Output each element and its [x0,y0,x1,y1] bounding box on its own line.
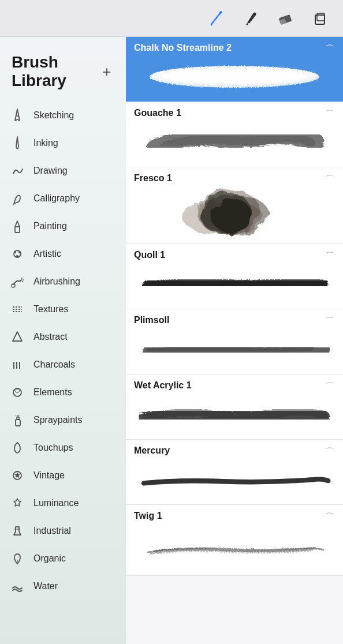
sidebar-item-label-vintage: Vintage [33,470,65,481]
sidebar-item-label-artistic: Artistic [33,249,61,259]
luminance-icon [9,495,25,511]
sidebar-item-label-charcoals: Charcoals [33,360,75,370]
organic-icon [9,551,25,567]
sidebar-item-label-painting: Painting [33,221,67,231]
textures-icon [9,301,25,317]
sidebar-item-label-textures: Textures [33,304,68,314]
sidebar-item-painting[interactable]: Painting [0,212,126,240]
sidebar-item-label-abstract: Abstract [33,332,68,342]
inking-icon [9,135,25,151]
main-content: Brush Library + Sketching Inking Drawing [0,37,343,644]
paintbrush-tool-icon[interactable] [207,9,225,28]
toolbar [0,0,343,37]
brush-item-chalk[interactable]: Chalk No Streamline 2 ⌒ [126,37,343,102]
eraser-tool-icon[interactable] [276,9,294,28]
brush-item-wet-acrylic[interactable]: Wet Acrylic 1 ⌒ [126,375,343,440]
svg-marker-6 [15,109,20,121]
drawing-icon [9,163,25,179]
sidebar-item-charcoals[interactable]: Charcoals [0,351,126,379]
sidebar-item-industrial[interactable]: Industrial [0,517,126,545]
sidebar-item-label-sketching: Sketching [33,110,74,121]
brush-name-plimsoll: Plimsoll [126,309,343,328]
sidebar-item-spraypaints[interactable]: Spraypaints [0,406,126,434]
svg-line-16 [22,281,23,282]
vintage-icon [9,467,25,484]
brush-item-plimsoll[interactable]: Plimsoll ⌒ [126,309,343,375]
brush-item-gouache[interactable]: Gouache 1 ⌒ [126,102,343,167]
brush-curl-chalk: ⌒ [325,43,335,57]
sidebar-item-sketching[interactable]: Sketching [0,102,126,129]
charcoals-icon [9,357,25,373]
sidebar-item-label-airbrushing: Airbrushing [33,276,80,287]
sidebar-item-organic[interactable]: Organic [0,545,126,572]
sidebar-item-airbrushing[interactable]: Airbrushing [0,268,126,295]
sidebar-item-abstract[interactable]: Abstract [0,323,126,351]
brush-curl-fresco: ⌒ [325,173,335,187]
sidebar-item-vintage[interactable]: Vintage [0,462,126,489]
sidebar-item-label-elements: Elements [33,387,72,398]
svg-rect-26 [17,417,19,420]
brush-name-mercury: Mercury [126,440,343,458]
brush-preview-wet-acrylic [126,393,343,439]
brush-name-quoll: Quoll 1 [126,244,343,263]
brush-curl-mercury: ⌒ [325,445,335,459]
sidebar-item-luminance[interactable]: Luminance [0,489,126,517]
sketching-icon [9,107,25,123]
inkpen-tool-icon[interactable] [241,9,260,28]
sidebar-item-textures[interactable]: Textures [0,295,126,323]
svg-point-10 [14,251,16,253]
svg-marker-20 [13,332,22,341]
brush-item-fresco[interactable]: Fresco 1 ⌒ [126,167,343,244]
sidebar-item-drawing[interactable]: Drawing [0,157,126,185]
brush-item-mercury[interactable]: Mercury ⌒ [126,440,343,505]
airbrushing-icon [9,274,25,290]
brush-preview-twig [126,523,343,575]
brush-name-fresco: Fresco 1 [126,167,343,186]
elements-icon [9,384,25,400]
brush-preview-quoll [126,263,343,309]
abstract-icon [9,329,25,345]
svg-point-12 [16,255,18,257]
sidebar-item-touchups[interactable]: Touchups [0,434,126,462]
sidebar-item-elements[interactable]: Elements [0,379,126,406]
svg-point-41 [211,199,252,233]
brush-item-twig[interactable]: Twig 1 ⌒ [126,505,343,576]
svg-rect-5 [317,13,325,21]
sidebar-item-calligraphy[interactable]: Calligraphy [0,185,126,212]
svg-marker-31 [14,472,20,478]
calligraphy-icon [9,190,25,207]
sidebar-item-label-water: Water [33,581,58,591]
water-icon [9,578,25,594]
sidebar-item-label-industrial: Industrial [33,526,71,536]
spraypaints-icon [9,412,25,428]
sidebar-item-inking[interactable]: Inking [0,129,126,157]
sidebar-item-label-organic: Organic [33,553,66,564]
brush-curl-quoll: ⌒ [325,250,335,264]
sidebar-item-label-spraypaints: Spraypaints [33,415,83,425]
sidebar-item-water[interactable]: Water [0,572,126,600]
svg-rect-25 [16,420,20,426]
artistic-icon [9,246,25,262]
sidebar-title: Brush Library [12,53,99,90]
brush-curl-plimsoll: ⌒ [325,315,335,329]
brush-curl-twig: ⌒ [325,511,335,525]
brush-name-wet-acrylic: Wet Acrylic 1 [126,375,343,393]
sidebar-item-artistic[interactable]: Artistic [0,240,126,268]
touchups-icon [9,440,25,456]
brush-name-gouache: Gouache 1 [126,102,343,121]
brush-preview-fresco [126,186,343,244]
svg-point-11 [18,251,21,253]
brush-preview-mercury [126,458,343,504]
brush-preview-chalk [126,55,343,102]
brush-item-quoll[interactable]: Quoll 1 ⌒ [126,244,343,309]
industrial-icon [9,523,25,539]
layers-tool-icon[interactable] [311,9,329,28]
painting-icon [9,218,25,234]
brush-curl-gouache: ⌒ [325,108,335,122]
add-brush-button[interactable]: + [99,62,114,81]
svg-line-29 [20,415,20,415]
sidebar-item-label-inking: Inking [33,138,58,148]
svg-point-36 [162,69,307,83]
svg-line-0 [211,13,221,24]
sidebar-item-label-luminance: Luminance [33,498,79,508]
